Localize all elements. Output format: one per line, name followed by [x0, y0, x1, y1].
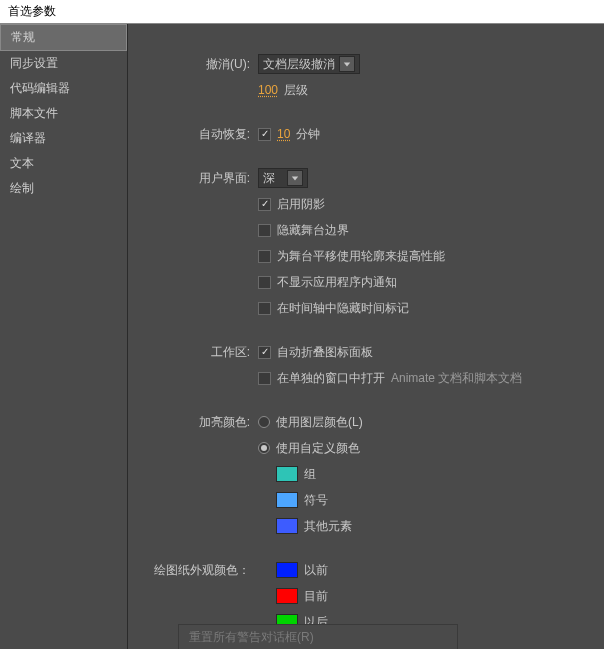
workspace-autocollapse-checkbox[interactable] — [258, 346, 271, 359]
ui-hide-stage-border-checkbox[interactable] — [258, 224, 271, 237]
highlight-label: 加亮颜色: — [138, 414, 258, 431]
undo-levels-suffix: 层级 — [284, 82, 308, 99]
sidebar-item-code-editor[interactable]: 代码编辑器 — [0, 76, 127, 101]
sidebar-item-general[interactable]: 常规 — [0, 24, 127, 51]
svg-marker-0 — [344, 62, 350, 66]
onion-current-swatch[interactable] — [276, 588, 298, 604]
reset-warnings-button[interactable]: 重置所有警告对话框(R) — [178, 624, 458, 649]
sidebar-item-compiler[interactable]: 编译器 — [0, 126, 127, 151]
ui-shading-checkbox[interactable] — [258, 198, 271, 211]
ui-hide-inapp-notify-checkbox[interactable] — [258, 276, 271, 289]
group-color-swatch[interactable] — [276, 466, 298, 482]
autorecover-label: 自动恢复: — [138, 126, 258, 143]
chevron-down-icon — [287, 170, 303, 186]
symbol-color-swatch[interactable] — [276, 492, 298, 508]
autorecover-minutes-suffix: 分钟 — [296, 126, 320, 143]
ui-theme-dropdown[interactable]: 深 — [258, 168, 308, 188]
window-titlebar: 首选参数 — [0, 0, 604, 24]
svg-marker-1 — [292, 176, 298, 180]
undo-label: 撤消(U): — [138, 56, 258, 73]
ui-label: 用户界面: — [138, 170, 258, 187]
category-sidebar: 常规 同步设置 代码编辑器 脚本文件 编译器 文本 绘制 — [0, 24, 128, 649]
undo-levels-input[interactable]: 100 — [258, 83, 278, 97]
workspace-label: 工作区: — [138, 344, 258, 361]
ui-stage-pan-outline-checkbox[interactable] — [258, 250, 271, 263]
highlight-custom-color-radio[interactable] — [258, 442, 270, 454]
sidebar-item-text[interactable]: 文本 — [0, 151, 127, 176]
window-title: 首选参数 — [8, 4, 56, 18]
onion-before-swatch[interactable] — [276, 562, 298, 578]
ui-hide-timeline-markers-checkbox[interactable] — [258, 302, 271, 315]
autorecover-minutes-input[interactable]: 10 — [277, 127, 290, 141]
main-layout: 常规 同步设置 代码编辑器 脚本文件 编译器 文本 绘制 撤消(U): 文档层级… — [0, 24, 604, 649]
undo-type-dropdown[interactable]: 文档层级撤消 — [258, 54, 360, 74]
sidebar-item-script-files[interactable]: 脚本文件 — [0, 101, 127, 126]
autorecover-checkbox[interactable] — [258, 128, 271, 141]
highlight-layer-color-radio[interactable] — [258, 416, 270, 428]
chevron-down-icon — [339, 56, 355, 72]
content-pane: 撤消(U): 文档层级撤消 100 层级 自动恢复: 10 分钟 — [128, 24, 604, 649]
sidebar-item-drawing[interactable]: 绘制 — [0, 176, 127, 201]
other-color-swatch[interactable] — [276, 518, 298, 534]
sidebar-item-sync[interactable]: 同步设置 — [0, 51, 127, 76]
onion-label: 绘图纸外观颜色： — [138, 562, 258, 579]
workspace-separate-window-checkbox[interactable] — [258, 372, 271, 385]
